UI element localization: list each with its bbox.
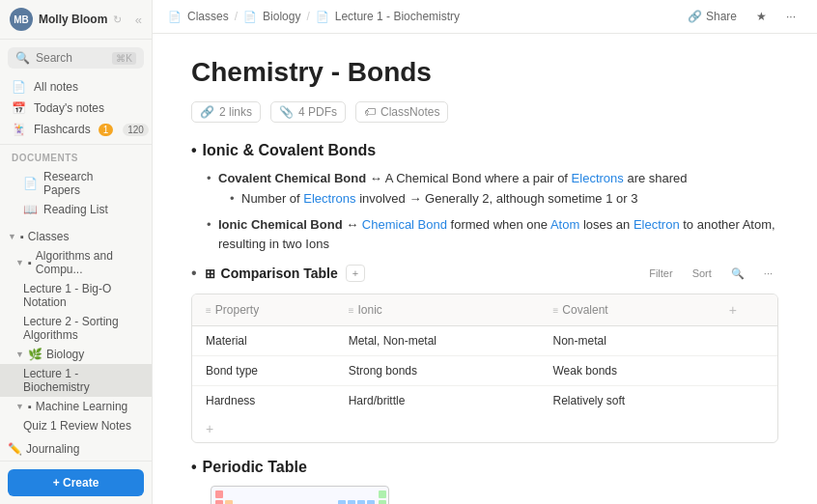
sidebar-item-flashcards[interactable]: 🃏 Flashcards 1 120 (0, 119, 152, 140)
svg-rect-3 (225, 500, 233, 504)
svg-rect-6 (357, 500, 365, 504)
tree-item-algo[interactable]: ▼ ▪ Algorithms and Compu... (0, 246, 152, 279)
user-info: MB Molly Bloom ↻ (10, 8, 122, 31)
svg-rect-7 (367, 500, 375, 504)
links-label: 2 links (219, 105, 252, 119)
breadcrumb-sep-1: / (235, 10, 238, 23)
classes-icon: ▪ (20, 231, 24, 242)
col-header-property: ≡Property (192, 294, 335, 326)
create-button[interactable]: + Create (8, 469, 144, 496)
search-input[interactable] (36, 51, 106, 65)
lecture1-biochem-label: Lecture 1 - Biochemistry (23, 367, 144, 394)
meta-pdfs[interactable]: 📎 4 PDFs (270, 101, 346, 123)
sort-button[interactable]: Sort (687, 266, 718, 281)
pdfs-label: 4 PDFs (298, 105, 337, 119)
more-icon: ··· (786, 10, 796, 23)
breadcrumb-icon-biology: 📄 (243, 11, 257, 23)
quiz1-label: Quiz 1 Review Notes (23, 419, 131, 433)
search-icon: 🔍 (15, 51, 30, 65)
cell-hardness-ionic: Hard/brittle (335, 386, 540, 416)
table-row: Material Metal, Non-metal Non-metal (192, 326, 777, 356)
tree-item-lecture1-bigo[interactable]: Lecture 1 - Big-O Notation (0, 279, 152, 312)
add-row-button[interactable]: + (192, 415, 227, 442)
add-column-button[interactable]: + (346, 265, 365, 282)
sync-icon: ↻ (113, 14, 122, 26)
breadcrumb-icon-classes: 📄 (168, 11, 182, 23)
filter-button[interactable]: Filter (643, 266, 678, 281)
username: Molly Bloom (39, 13, 107, 26)
search-bar[interactable]: 🔍 ⌘K (8, 47, 144, 69)
chevron-algo: ▼ (15, 258, 24, 267)
main-content: 📄 Classes / 📄 Biology / 📄 Lecture 1 - Bi… (153, 0, 817, 504)
electron-link-3[interactable]: Electron (634, 217, 680, 232)
ml-icon: ▪ (28, 401, 32, 412)
tree-item-machine-learning[interactable]: ▼ ▪ Machine Learning (0, 397, 152, 416)
svg-rect-5 (348, 500, 355, 504)
more-button[interactable]: ··· (780, 8, 802, 25)
sidebar-collapse-icons: « (135, 13, 142, 27)
cell-material-ionic: Metal, Non-metal (335, 326, 540, 356)
cell-hardness-prop: Hardness (192, 386, 335, 416)
todays-notes-icon: 📅 (12, 101, 26, 115)
sidebar-item-todays-notes[interactable]: 📅 Today's notes (0, 98, 152, 119)
svg-rect-8 (379, 500, 386, 504)
cell-material-covalent: Non-metal (540, 326, 716, 356)
cell-material-extra (716, 326, 777, 356)
atom-link-1[interactable]: Atom (550, 217, 579, 232)
tree-item-lecture2-sort[interactable]: Lecture 2 - Sorting Algorithms (0, 312, 152, 345)
research-papers-icon: 📄 (23, 177, 38, 190)
comparison-table: ≡Property ≡Ionic ≡Covalent + Material Me… (191, 294, 778, 443)
classes-label: Classes (28, 230, 70, 243)
flashcard-badge: 120 (123, 124, 149, 136)
comparison-title-text: Comparison Table (221, 266, 338, 281)
chevron-ml: ▼ (15, 402, 24, 411)
col-header-add[interactable]: + (716, 294, 777, 326)
collapse-icon[interactable]: « (135, 13, 142, 27)
electrons-sub-bullet: Number of Electrons involved → Generally… (218, 189, 778, 210)
ml-label: Machine Learning (36, 400, 127, 413)
breadcrumb-lecture[interactable]: Lecture 1 - Biochemistry (335, 10, 460, 23)
top-actions: 🔗 Share ★ ··· (682, 8, 802, 25)
page-title: Chemistry - Bonds (191, 57, 778, 88)
table-more-button[interactable]: ··· (758, 266, 778, 281)
share-button[interactable]: 🔗 Share (682, 8, 743, 25)
ionic-bullet: Ionic Chemical Bond ↔ Chemical Bond form… (207, 215, 778, 256)
journaling-label: Journaling (26, 442, 79, 456)
journaling-icon: ✏️ (8, 442, 22, 456)
covalent-bullet: Covalent Chemical Bond ↔ A Chemical Bond… (207, 169, 778, 210)
tree-item-biology[interactable]: ▼ 🌿 Biology (0, 345, 152, 364)
periodic-table-heading: • Periodic Table (191, 459, 778, 476)
avatar: MB (10, 8, 33, 31)
doc-item-reading-list[interactable]: 📖 Reading List (12, 200, 140, 219)
periodic-table-svg (211, 486, 389, 504)
doc-item-research-papers[interactable]: 📄 Research Papers (12, 167, 140, 200)
star-icon: ★ (756, 10, 767, 23)
tree-item-quiz1[interactable]: Quiz 1 Review Notes (0, 416, 152, 435)
breadcrumb-classes[interactable]: Classes (187, 10, 229, 23)
cell-bondtype-covalent: Weak bonds (540, 356, 716, 386)
sidebar-footer: + Create (0, 461, 152, 504)
biology-icon: 🌿 (28, 348, 42, 361)
search-table-button[interactable]: 🔍 (725, 266, 750, 282)
periodic-table-section: • Periodic Table (191, 459, 778, 504)
comparison-table-title: ⊞ Comparison Table (205, 266, 338, 281)
star-button[interactable]: ★ (750, 8, 773, 25)
breadcrumb-biology[interactable]: Biology (263, 10, 300, 23)
flashcards-label: Flashcards (34, 123, 91, 136)
biology-label: Biology (46, 348, 84, 361)
breadcrumb: 📄 Classes / 📄 Biology / 📄 Lecture 1 - Bi… (153, 0, 817, 34)
cell-bondtype-extra (716, 356, 777, 386)
ionic-covalent-content: Covalent Chemical Bond ↔ A Chemical Bond… (191, 169, 778, 255)
tree-item-classes[interactable]: ▼ ▪ Classes (0, 227, 152, 246)
tree-item-journaling[interactable]: ✏️ Journaling (0, 439, 152, 459)
comparison-table-section: • ⊞ Comparison Table + Filter Sort 🔍 ··· (191, 265, 778, 443)
algo-icon: ▪ (28, 257, 32, 268)
meta-links[interactable]: 🔗 2 links (191, 101, 261, 123)
chemical-bond-link[interactable]: Chemical Bond (362, 217, 447, 232)
electrons-link-1[interactable]: Electrons (572, 171, 624, 185)
electrons-link-2[interactable]: Electrons (303, 191, 355, 206)
meta-classnotes[interactable]: 🏷 ClassNotes (355, 101, 448, 123)
sidebar-item-all-notes[interactable]: 📄 All notes (0, 76, 152, 98)
research-papers-label: Research Papers (43, 170, 128, 197)
tree-item-lecture1-biochem[interactable]: Lecture 1 - Biochemistry (0, 364, 152, 397)
